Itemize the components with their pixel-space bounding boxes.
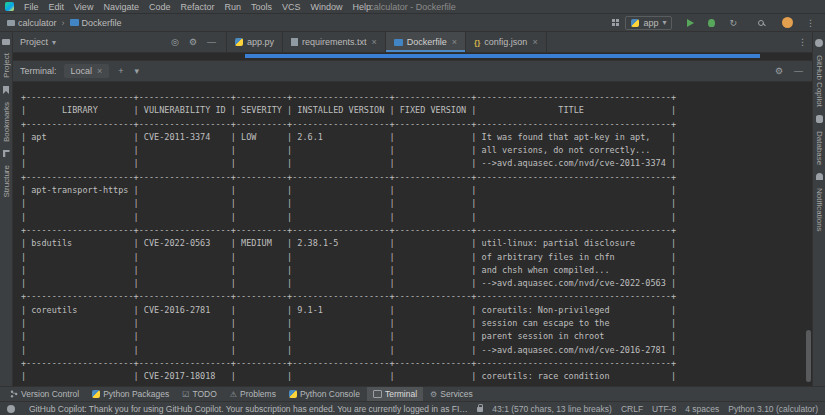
terminal-line: | coreutils | CVE-2016-2781 | | 9.1-1 | …: [21, 304, 812, 317]
tool-version-control[interactable]: Version Control: [4, 387, 85, 401]
sidebar-item-structure[interactable]: Structure: [2, 160, 11, 202]
tab-list-icon[interactable]: ⋮: [793, 32, 812, 52]
breadcrumb-project-label: calculator: [18, 18, 57, 28]
sidebar-item-github-copilot[interactable]: GitHub Copilot: [815, 50, 824, 112]
project-tool-icon[interactable]: [2, 39, 10, 45]
terminal-line: +---------------------+-----------------…: [21, 118, 812, 131]
close-icon[interactable]: ×: [531, 37, 537, 47]
tab-requirements-txt[interactable]: requirements.txt ×: [283, 32, 386, 52]
dockerfile-icon: [394, 39, 403, 46]
title-bar: calculator - Dockerfile FileEditViewNavi…: [0, 0, 825, 14]
avatar[interactable]: [782, 17, 793, 28]
terminal-line: | | | | | | and chsh when compiled... |: [21, 264, 812, 277]
close-icon[interactable]: ×: [97, 66, 102, 76]
run-button[interactable]: [687, 19, 694, 27]
python-icon: [92, 390, 100, 398]
terminal-line: +---------------------+-----------------…: [21, 224, 812, 237]
tab-label: app.py: [247, 37, 274, 47]
tool-label: Python Packages: [103, 389, 169, 399]
json-file-icon: {}: [474, 38, 480, 47]
sidebar-item-project[interactable]: Project: [2, 48, 11, 83]
locate-file-icon[interactable]: ◎: [168, 37, 182, 47]
tool-terminal[interactable]: Terminal: [367, 387, 423, 401]
github-copilot-status-icon[interactable]: [7, 405, 15, 413]
navigation-bar: calculator › Dockerfile app ▾ ↻ ⋮: [0, 14, 825, 32]
dockerfile-icon: [70, 19, 79, 26]
terminal-icon: [373, 390, 382, 398]
indent-style[interactable]: 4 spaces: [685, 404, 719, 414]
structure-icon[interactable]: [3, 150, 10, 157]
ide-window: calculator - Dockerfile FileEditViewNavi…: [0, 0, 825, 415]
tool-todo[interactable]: ☑ TODO: [176, 387, 223, 401]
tool-label: Services: [440, 389, 473, 399]
github-copilot-icon[interactable]: [815, 39, 823, 47]
sidebar-item-database[interactable]: Database: [815, 126, 824, 170]
debug-button[interactable]: [708, 19, 715, 27]
tool-problems[interactable]: ⚠ Problems: [224, 387, 282, 401]
project-folder-icon: [7, 20, 15, 26]
bookmarks-icon[interactable]: [3, 86, 9, 94]
close-icon[interactable]: ×: [451, 37, 457, 47]
terminal-line: | apt-transport-https | | | | | |: [21, 184, 812, 197]
chevron-down-icon[interactable]: ▾: [52, 38, 56, 47]
tool-label: Python Console: [300, 389, 360, 399]
hide-panel-icon[interactable]: —: [204, 37, 219, 47]
run-configuration-select[interactable]: app ▾: [625, 16, 672, 30]
terminal-line: | bsdutils | CVE-2022-0563 | MEDIUM | 2.…: [21, 237, 812, 250]
python-file-icon: [235, 38, 243, 46]
tab-config-json[interactable]: {} config.json ×: [466, 32, 547, 52]
line-separator[interactable]: CRLF: [621, 404, 643, 414]
terminal-scrollbar[interactable]: [806, 330, 811, 382]
python-interpreter[interactable]: Python 3.10 (calculator): [728, 404, 818, 414]
terminal-settings-gear-icon[interactable]: ⚙: [773, 66, 785, 76]
breadcrumb-file[interactable]: Dockerfile: [70, 18, 122, 28]
tab-label: requirements.txt: [302, 37, 367, 47]
terminal-tab-label: Local: [71, 66, 93, 76]
tool-python-console[interactable]: Python Console: [283, 387, 366, 401]
tab-dockerfile[interactable]: Dockerfile ×: [386, 32, 466, 52]
terminal-label: Terminal:: [20, 66, 57, 76]
tool-windows-icon[interactable]: [612, 19, 615, 22]
tool-services[interactable]: ⚙ Services: [424, 387, 479, 401]
sidebar-item-bookmarks[interactable]: Bookmarks: [2, 97, 11, 147]
terminal-line: | | | | | | |: [21, 211, 812, 224]
tool-python-packages[interactable]: Python Packages: [86, 387, 175, 401]
terminal-tab-local[interactable]: Local ×: [64, 64, 110, 78]
terminal-line: | | | | | | -->avd.aquasec.com/nvd/cve-2…: [21, 277, 812, 290]
terminal-line: | | | | | | of arbitrary files in chfn |: [21, 251, 812, 264]
more-icon: ⋮: [798, 37, 807, 47]
terminal-line: | | | | | | |: [21, 197, 812, 210]
project-pane-title[interactable]: Project: [20, 37, 48, 47]
close-icon[interactable]: ×: [371, 37, 377, 47]
terminal-line: | apt | CVE-2011-3374 | LOW | 2.6.1 | | …: [21, 131, 812, 144]
tab-app-py[interactable]: app.py: [227, 32, 283, 52]
terminal-line: | | | | | | parent session in chroot |: [21, 330, 812, 343]
terminal-line: | | | | | | -->avd.aquasec.com/nvd/cve-2…: [21, 344, 812, 357]
terminal-header: Terminal: Local × + ▾ ⚙ —: [13, 60, 812, 82]
rerun-icon[interactable]: ↻: [729, 18, 737, 28]
tool-label: Problems: [240, 389, 276, 399]
tab-label: Dockerfile: [407, 37, 447, 47]
chevron-down-icon[interactable]: ▾: [133, 66, 142, 76]
breadcrumb-project[interactable]: calculator: [7, 18, 57, 28]
terminal-line: | | | | | | -->avd.aquasec.com/nvd/cve-2…: [21, 157, 812, 170]
minimize-panel-icon[interactable]: —: [792, 66, 805, 76]
tool-label: Version Control: [21, 389, 79, 399]
sidebar-item-notifications[interactable]: Notifications: [815, 183, 824, 237]
status-message: GitHub Copilot: Thank you for using GitH…: [29, 404, 468, 414]
search-icon[interactable]: [758, 20, 764, 26]
gear-icon[interactable]: ⚙: [186, 37, 200, 47]
terminal-line: +---------------------+-----------------…: [21, 290, 812, 303]
breadcrumb-file-label: Dockerfile: [82, 18, 122, 28]
caret-position[interactable]: 43:1 (570 chars, 13 line breaks): [492, 404, 612, 414]
left-tool-stripe: Project Bookmarks Structure: [0, 32, 13, 386]
notifications-icon[interactable]: [816, 173, 823, 180]
todo-icon: ☑: [182, 390, 189, 399]
lock-icon[interactable]: [477, 407, 483, 412]
terminal-line: +---------------------+-----------------…: [21, 357, 812, 370]
database-icon[interactable]: [816, 115, 823, 123]
new-terminal-icon[interactable]: +: [116, 66, 125, 76]
more-options-icon[interactable]: ⋮: [803, 18, 818, 28]
file-encoding[interactable]: UTF-8: [652, 404, 676, 414]
terminal-output[interactable]: +---------------------+-----------------…: [13, 82, 812, 386]
